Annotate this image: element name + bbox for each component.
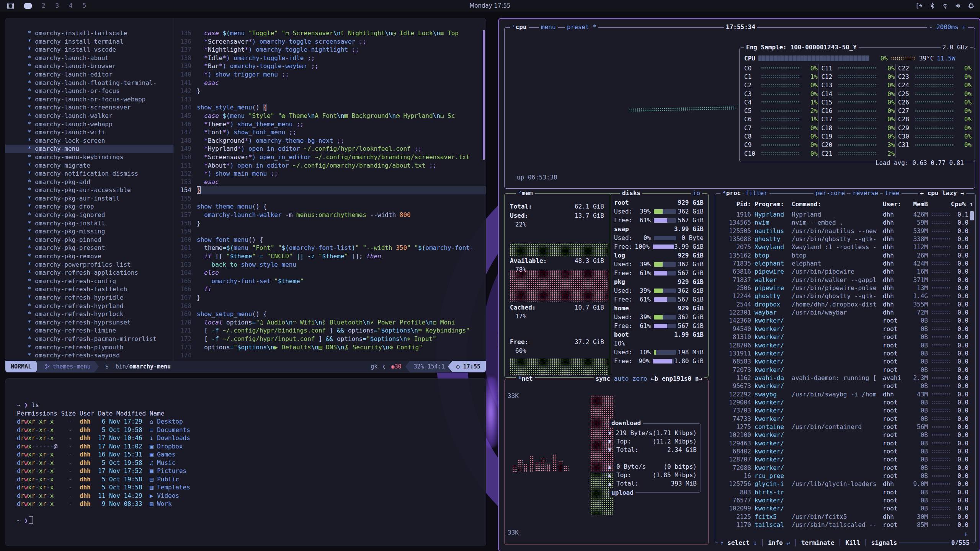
filter-button[interactable]: filter — [743, 189, 769, 197]
file-list-pane[interactable]: * omarchy-install-tailscale* omarchy-ins… — [5, 18, 174, 361]
file-item[interactable]: * omarchy-launch-or-focus-webapp — [5, 95, 173, 104]
ls-row[interactable]: drwxr-xr-x - dhh 5 Oct 19:58 ▥ Templates — [17, 483, 486, 492]
file-item[interactable]: * omarchy-pkg-ignored — [5, 211, 173, 219]
file-item[interactable]: * omarchy-menu-keybindings — [5, 153, 173, 161]
file-item[interactable]: * omarchy-pkg-pinned — [5, 236, 173, 244]
wifi-icon[interactable] — [942, 2, 949, 9]
code-line[interactable]: 147 *Font*) show_font_menu ;; — [174, 128, 486, 137]
process-row[interactable]: 71835 elephant elephant dhh 424M 0.0 — [715, 259, 970, 267]
process-row[interactable]: 71837 walker /usr/bin/walker --gappl dhh… — [715, 276, 970, 284]
file-item[interactable]: * omarchy-menu — [5, 145, 173, 153]
code-line[interactable]: 166 fi — [174, 285, 486, 293]
preset-button[interactable]: preset * — [565, 23, 598, 31]
tree-toggle[interactable]: tree — [883, 189, 902, 197]
code-line[interactable]: 159 — [174, 227, 486, 236]
process-row[interactable]: 128706 kworker/ root 0B 0.0 — [715, 341, 970, 349]
file-item[interactable]: * omarchy-pkg-aur-install — [5, 194, 173, 203]
reverse-toggle[interactable]: reverse — [851, 189, 880, 197]
neovim-window[interactable]: * omarchy-install-tailscale* omarchy-ins… — [5, 18, 486, 373]
code-line[interactable]: 163 back_to show_style_menu — [174, 261, 486, 269]
file-item[interactable]: * omarchy-pkg-remove — [5, 252, 173, 261]
process-row[interactable]: 135088 ghostty /usr/bin/ghostty --gtk- d… — [715, 235, 970, 243]
code-line[interactable]: 153 esac — [174, 178, 486, 186]
io-toggle[interactable]: io — [691, 189, 702, 197]
code-line[interactable]: 161 theme=$(menu "Font" "$(omarchy-font-… — [174, 244, 486, 252]
chip-icon[interactable] — [968, 2, 975, 9]
update-interval[interactable]: - 2000ms + — [927, 23, 968, 31]
file-item[interactable]: * omarchy-pkg-missing — [5, 227, 173, 236]
menu-button[interactable]: menu — [539, 23, 558, 31]
process-row[interactable]: 122292 swaybg /usr/bin/swaybg -i /hom dh… — [715, 390, 970, 398]
shell-terminal-window[interactable]: ~ ❯ lsPermissions Size User Date Modifie… — [5, 378, 486, 546]
process-row[interactable]: 68583 kworker/ root 0B 0.0 — [715, 357, 970, 365]
code-line[interactable]: 136 *Screensaver*) omarchy-toggle-screen… — [174, 37, 486, 46]
process-row[interactable]: 1275 containe /usr/bin/containerd root 5… — [715, 423, 970, 431]
process-row[interactable]: 1162 avahi-da avahi-daemon: running [ av… — [715, 374, 970, 382]
process-row[interactable]: 129004 kworker/ root 0B 0.0 — [715, 398, 970, 406]
ls-row[interactable]: drwxr-xr-x - dhh 16 Nov 15:31 ▣ Games — [17, 450, 486, 459]
file-item[interactable]: * omarchy-pkg-aur-accessible — [5, 186, 173, 194]
file-item[interactable]: * omarchy-launch-screensaver — [5, 103, 173, 112]
process-row[interactable]: 2544 dropbox /home/dhh/.dropbox-dist dhh… — [715, 300, 970, 308]
code-line[interactable]: 137 *Nightlight*) omarchy-toggle-nightli… — [174, 46, 486, 54]
code-line[interactable]: 170 local options="♫ Audio\n◠ Wifi\nᛒ Bl… — [174, 318, 486, 327]
code-line[interactable]: 142} — [174, 87, 486, 95]
process-row[interactable]: 134565 nvim nvim --embed . dhh 59M 0.0 — [715, 218, 970, 227]
file-item[interactable]: * omarchy-install-terminal — [5, 37, 173, 46]
file-item[interactable]: * omarchy-migrate — [5, 161, 173, 170]
process-row[interactable]: 128707 kworker/ root 0B 0.0 — [715, 455, 970, 463]
process-row[interactable]: 72073 kworker/ root 0B 0.0 — [715, 366, 970, 374]
code-line[interactable]: 155 — [174, 194, 486, 203]
process-row[interactable]: 102100 kworker/ root 0B 0.0 — [715, 431, 970, 439]
code-line[interactable]: 164 else — [174, 269, 486, 277]
per-core-toggle[interactable]: per-core — [813, 189, 847, 197]
net-box-title[interactable]: ³net — [516, 375, 535, 383]
process-row[interactable]: 68402 kworker/ root 0B 0.0 — [715, 447, 970, 455]
process-row[interactable]: 102099 kworker/ root 0B 0.0 — [715, 504, 970, 512]
file-item[interactable]: * omarchy-powerprofiles-list — [5, 261, 173, 269]
proc-scrollbar-thumb[interactable] — [970, 211, 974, 220]
process-row[interactable]: 131911 kworker/ root 0B 0.0 — [715, 349, 970, 357]
scroll-down-arrow[interactable]: ↓ — [964, 530, 968, 537]
process-row[interactable]: 2506 pipewire /usr/bin/pipewire-pulse dh… — [715, 284, 970, 292]
file-item[interactable]: * omarchy-launch-wifi — [5, 128, 173, 137]
file-item[interactable]: * omarchy-launch-or-focus — [5, 87, 173, 95]
file-item[interactable]: * omarchy-launch-webapp — [5, 120, 173, 129]
code-line[interactable]: 158} — [174, 219, 486, 228]
file-item[interactable]: * omarchy-pkg-add — [5, 178, 173, 186]
code-line[interactable]: 139 *Bar*) omarchy-toggle-waybar ;; — [174, 62, 486, 70]
code-line[interactable]: 150 *Screensaver*) open_in_editor ~/.con… — [174, 153, 486, 161]
code-line[interactable]: 141 esac — [174, 79, 486, 87]
process-row[interactable]: 803 btrfs-tr root 0B 0.0 — [715, 488, 970, 496]
proc-box-title[interactable]: ⁴proc — [720, 189, 743, 197]
code-line[interactable]: 144show_style_menu() { — [174, 103, 486, 112]
process-row[interactable]: 94540 kworker/ root 0B 0.0 — [715, 325, 970, 333]
code-line[interactable]: 172 [ -f ~/.config/hypr/input.conf ] && … — [174, 335, 486, 343]
file-item[interactable]: * omarchy-refresh-applications — [5, 269, 173, 277]
process-row[interactable]: 135162 btop btop dhh 26M 0.0 — [715, 251, 970, 259]
process-row[interactable]: 142360 kworker/ root 0B 0.0 — [715, 316, 970, 324]
cpu-box-title[interactable]: ¹cpu — [510, 23, 529, 31]
process-row[interactable]: 76577 kworker/ root 0B 0.0 — [715, 496, 970, 504]
ls-row[interactable]: drwxr-xr-x - dhh 17 Nov 10:46 ↧ Download… — [17, 434, 486, 442]
file-item[interactable]: * omarchy-notification-dismiss — [5, 170, 173, 178]
process-row[interactable]: 125756 glycin-i /usr/lib/glycin-loaders … — [715, 480, 970, 488]
code-line[interactable]: 171 [ -f ~/.config/hypr/bindings.conf ] … — [174, 326, 486, 335]
process-row[interactable]: 16 rcu_pree root 0B 0.0 — [715, 472, 970, 480]
code-line[interactable]: 168 — [174, 302, 486, 310]
ls-row[interactable]: drwxr-xr-x - dhh 5 Oct 19:58 ≡ Documents — [17, 426, 486, 434]
process-row[interactable]: 81310 kworker/ root 0B 0.0 — [715, 333, 970, 341]
file-item[interactable]: * omarchy-install-vscode — [5, 46, 173, 54]
ls-row[interactable]: drwxr-xr-x - dhh 5 Oct 19:58 ♫ Music — [17, 459, 486, 467]
ls-row[interactable]: drwxr-xr-x - dhh 5 Oct 19:58 ▤ Public — [17, 475, 486, 484]
process-row[interactable]: 73703 kworker/ root 0B 0.0 — [715, 406, 970, 414]
file-item[interactable]: * omarchy-lock-screen — [5, 137, 173, 145]
file-item[interactable]: * omarchy-refresh-swayosd — [5, 351, 173, 360]
process-row[interactable]: 74733 kworker/ root 0B 0.0 — [715, 415, 970, 423]
code-line[interactable]: 165 omarchy-font-set "$theme" — [174, 277, 486, 285]
file-item[interactable]: * omarchy-refresh-hyprsunset — [5, 318, 173, 327]
process-row[interactable]: 129463 kworker/ root 0B 0.0 — [715, 439, 970, 447]
file-item[interactable]: * omarchy-pkg-present — [5, 244, 173, 252]
code-pane[interactable]: 135 case $(menu "Toggle" "◻ Screensaver\… — [174, 18, 486, 361]
code-line[interactable]: 145 case $(menu "Style" "◍ Theme\nA Font… — [174, 112, 486, 120]
